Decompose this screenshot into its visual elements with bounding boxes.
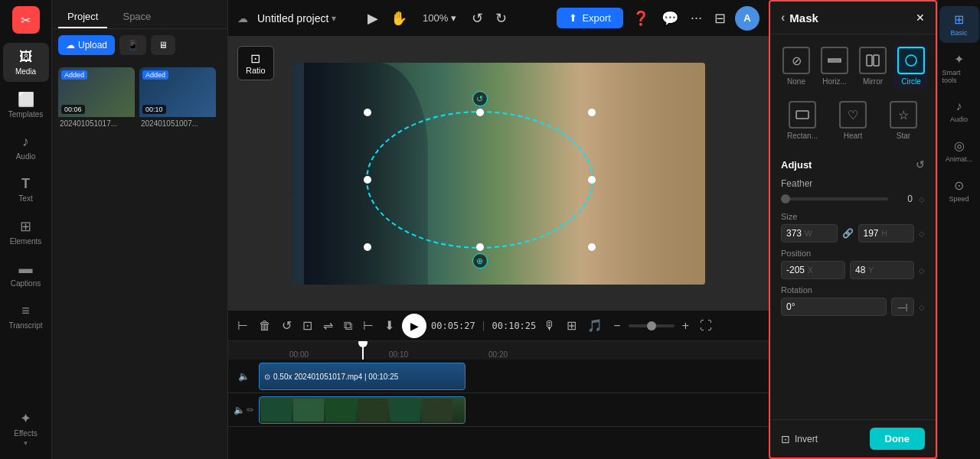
- redo-button[interactable]: ↻: [492, 7, 510, 30]
- trim-button[interactable]: ⊢: [234, 315, 251, 336]
- mask-shape-rectangle[interactable]: Rectan...: [779, 98, 825, 143]
- sidebar-item-captions[interactable]: ▬ Captions: [3, 255, 49, 294]
- sidebar-item-elements[interactable]: ⊞ Elements: [3, 212, 49, 252]
- ratio-button[interactable]: ⊡ Ratio: [237, 46, 274, 80]
- export-button[interactable]: ⬆ Export: [557, 8, 623, 28]
- mask-shape-horizontal[interactable]: Horiz...: [818, 44, 851, 89]
- none-shape-icon: ⊘: [782, 47, 810, 74]
- comments-button[interactable]: 💬: [658, 7, 681, 30]
- pos-y-field[interactable]: 48 Y: [850, 261, 914, 279]
- invert-checkbox[interactable]: ⊡ Invert: [781, 433, 818, 445]
- more-options-button[interactable]: ···: [688, 7, 705, 29]
- track-row-2: 🔈 ✏: [228, 393, 769, 427]
- hand-tool-button[interactable]: ✋: [387, 7, 410, 30]
- fullscreen-button[interactable]: ⛶: [697, 316, 715, 336]
- track-clip-2[interactable]: [259, 396, 466, 424]
- media-item[interactable]: Added 00:06 202401051017...: [58, 67, 135, 130]
- rot-keyframe[interactable]: ◇: [919, 303, 925, 311]
- animate-tool[interactable]: ◎ Animat...: [939, 132, 979, 169]
- feather-thumb[interactable]: [781, 194, 790, 203]
- timeline-zoom-slider[interactable]: [629, 324, 675, 327]
- split-button[interactable]: ⊢: [360, 315, 377, 336]
- select-tool-button[interactable]: ▶: [364, 7, 381, 30]
- left-sidebar: ✂ 🖼 Media ⬜ Templates ♪ Audio T Text ⊞ E…: [0, 0, 52, 459]
- sidebar-item-label: Text: [18, 194, 32, 203]
- audio-tool[interactable]: ♪ Audio: [939, 93, 979, 129]
- sidebar-item-text[interactable]: T Text: [3, 170, 49, 209]
- play-button[interactable]: ▶: [402, 314, 426, 338]
- timeline-playhead[interactable]: [362, 341, 364, 360]
- size-h-field[interactable]: 197 H: [858, 224, 915, 243]
- svg-rect-3: [874, 55, 879, 66]
- media-item[interactable]: Added 00:10 202401051007...: [139, 67, 216, 130]
- reset-button[interactable]: ↺: [916, 158, 925, 171]
- sidebar-item-audio[interactable]: ♪ Audio: [3, 128, 49, 167]
- tab-project[interactable]: Project: [58, 6, 107, 28]
- feather-slider[interactable]: [781, 197, 888, 200]
- sidebar-item-label: Effects: [14, 429, 37, 438]
- giphy-button[interactable]: ⊞: [564, 315, 580, 336]
- screen-record-button[interactable]: 🖥: [151, 35, 175, 55]
- mask-shape-star[interactable]: ☆ Star: [880, 98, 926, 143]
- smart-tools[interactable]: ✦ Smart tools: [939, 46, 979, 90]
- mask-shape-mirror[interactable]: Mirror: [856, 44, 890, 89]
- volume-icon-2[interactable]: 🔈: [234, 405, 245, 415]
- sidebar-item-templates[interactable]: ⬜ Templates: [3, 85, 49, 125]
- rotation-slider[interactable]: —|: [891, 298, 914, 316]
- loop-button[interactable]: ↺: [279, 315, 295, 336]
- sidebar-item-transcript[interactable]: ≡ Transcript: [3, 297, 49, 336]
- ratio-icon: ⊡: [250, 51, 260, 66]
- horizontal-shape-icon: [821, 47, 848, 74]
- top-bar: ☁ Untitled project ▾ ▶ ✋ 100% ▾ ↺ ↻ ⬆ Ex…: [228, 0, 769, 37]
- feather-keyframe[interactable]: ◇: [919, 195, 925, 203]
- download-button[interactable]: ⬇: [381, 315, 397, 336]
- mobile-upload-button[interactable]: 📱: [119, 35, 146, 55]
- size-fields: 373 W 🔗 197 H ◇: [781, 224, 925, 243]
- track-clip-1[interactable]: ⊙ 0.50x 202401051017.mp4 | 00:10:25: [259, 363, 466, 390]
- rotation-field[interactable]: 0°: [781, 298, 887, 316]
- subtitle-button[interactable]: ⧉: [341, 316, 355, 336]
- flip-button[interactable]: ⇌: [320, 315, 336, 336]
- sidebar-item-label: Audio: [16, 152, 36, 161]
- upload-button[interactable]: ☁ Upload: [58, 35, 115, 55]
- delete-button[interactable]: 🗑: [256, 316, 274, 336]
- mask-shape-none[interactable]: ⊘ None: [779, 44, 813, 89]
- basic-tool[interactable]: ⊞ Basic: [939, 6, 979, 43]
- edit-icon-2[interactable]: ✏: [247, 405, 254, 415]
- speed-tool[interactable]: ⊙ Speed: [939, 172, 979, 209]
- zoom-out-button[interactable]: −: [610, 316, 623, 336]
- zoom-control[interactable]: 100% ▾: [416, 9, 462, 27]
- volume-icon-1[interactable]: 🔈: [238, 371, 250, 382]
- pos-keyframe[interactable]: ◇: [919, 266, 925, 275]
- size-w-field[interactable]: 373 W: [781, 224, 838, 243]
- timeline-ruler: 00:00 00:10 00:20: [228, 341, 769, 360]
- canvas-background: ↺ ⊕: [292, 63, 705, 285]
- project-name[interactable]: Untitled project ▾: [257, 12, 336, 24]
- toolbar-right: ⬆ Export ❓ 💬 ··· ⊟ A: [557, 6, 760, 31]
- mask-shape-heart[interactable]: ♡ Heart: [830, 98, 876, 143]
- mic-button[interactable]: 🎙: [541, 316, 559, 336]
- sidebar-item-media[interactable]: 🖼 Media: [3, 43, 49, 82]
- text-icon: T: [21, 176, 30, 192]
- audio-sync-button[interactable]: 🎵: [584, 315, 606, 336]
- back-button[interactable]: ‹: [781, 11, 785, 24]
- crop-button[interactable]: ⊡: [299, 315, 315, 336]
- help-button[interactable]: ❓: [629, 7, 652, 30]
- done-button[interactable]: Done: [870, 428, 926, 450]
- zoom-slider-thumb[interactable]: [647, 321, 656, 330]
- zoom-in-button[interactable]: +: [679, 316, 692, 336]
- link-button[interactable]: 🔗: [842, 228, 854, 239]
- layout-button[interactable]: ⊟: [711, 7, 729, 30]
- position-fields: -205 X 48 Y ◇: [781, 261, 925, 279]
- size-keyframe[interactable]: ◇: [919, 230, 925, 238]
- sidebar-item-effects[interactable]: ✦ Effects ▼: [3, 404, 49, 453]
- pos-x-field[interactable]: -205 X: [781, 261, 845, 279]
- logo-button[interactable]: ✂: [12, 6, 40, 34]
- timeline-toolbar: ⊢ 🗑 ↺ ⊡ ⇌ ⧉ ⊢ ⬇ ▶ 00:05:27 | 00:10:25 🎙 …: [228, 311, 769, 341]
- mask-shape-circle[interactable]: Circle: [894, 44, 928, 89]
- mask-close-button[interactable]: ✕: [916, 11, 925, 24]
- tab-space[interactable]: Space: [113, 6, 160, 28]
- feather-value: 0: [894, 194, 913, 204]
- undo-button[interactable]: ↺: [469, 7, 486, 30]
- person-silhouette-left: [304, 63, 428, 285]
